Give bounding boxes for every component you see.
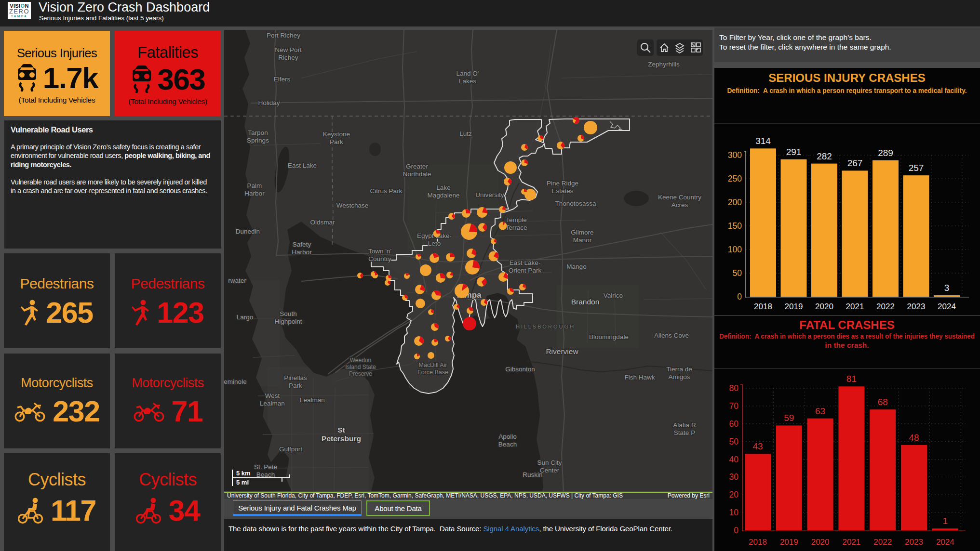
svg-text:Allens Cove: Allens Cove xyxy=(654,332,689,339)
svg-text:2021: 2021 xyxy=(842,538,860,547)
svg-text:eminole: eminole xyxy=(224,378,247,385)
svg-text:2020: 2020 xyxy=(811,538,830,547)
svg-text:SafetyHarbor: SafetyHarbor xyxy=(292,241,312,256)
svg-text:Brandon: Brandon xyxy=(571,298,600,306)
svg-text:Definition: A crash in which: Definition: A crash in which a person re… xyxy=(727,86,967,94)
svg-text:University: University xyxy=(475,191,504,198)
svg-text:St. PeteBeach: St. PeteBeach xyxy=(254,463,277,478)
svg-text:Riverview: Riverview xyxy=(546,347,578,355)
svg-text:2021: 2021 xyxy=(846,302,864,311)
svg-text:Lutz: Lutz xyxy=(459,130,472,137)
svg-text:70: 70 xyxy=(729,401,739,411)
svg-text:2020: 2020 xyxy=(815,302,833,311)
svg-text:Westchase: Westchase xyxy=(336,202,369,209)
svg-text:2018: 2018 xyxy=(749,538,767,547)
svg-text:2019: 2019 xyxy=(785,302,803,311)
svg-text:289: 289 xyxy=(878,148,893,158)
svg-text:63: 63 xyxy=(815,406,825,416)
svg-text:Alafia RState P: Alafia RState P xyxy=(673,421,696,436)
svg-text:48: 48 xyxy=(909,433,919,443)
svg-text:East Lake-Orient Park: East Lake-Orient Park xyxy=(509,259,542,274)
svg-text:250: 250 xyxy=(728,174,742,184)
svg-text:Gibsonton: Gibsonton xyxy=(505,366,535,373)
svg-text:Largo: Largo xyxy=(237,314,254,321)
svg-text:5 mi: 5 mi xyxy=(236,479,249,486)
svg-text:PalmHarbor: PalmHarbor xyxy=(244,182,265,197)
svg-text:Definition: A crash in which: Definition: A crash in which a person di… xyxy=(719,332,975,340)
svg-text:MacDill AirForce Base: MacDill AirForce Base xyxy=(417,362,448,376)
svg-text:Sun CityCenter: Sun CityCenter xyxy=(537,459,562,474)
svg-text:2022: 2022 xyxy=(876,302,895,311)
svg-text:Town 'n'Country: Town 'n'Country xyxy=(368,248,391,262)
svg-text:2024: 2024 xyxy=(938,302,956,311)
svg-text:rwater: rwater xyxy=(228,277,246,284)
svg-text:3: 3 xyxy=(944,283,950,293)
svg-text:50: 50 xyxy=(733,268,742,278)
svg-text:300: 300 xyxy=(728,150,742,160)
svg-text:Tierra deAmigos: Tierra deAmigos xyxy=(666,366,692,380)
svg-text:H I L L S B O R O U G H: H I L L S B O R O U G H xyxy=(516,324,574,329)
svg-text:TarponSprings: TarponSprings xyxy=(247,129,269,144)
svg-text:Oldsmar: Oldsmar xyxy=(310,219,335,226)
svg-text:200: 200 xyxy=(728,197,742,207)
svg-text:60: 60 xyxy=(729,419,739,429)
svg-text:TempleTerrace: TempleTerrace xyxy=(505,216,527,231)
svg-text:2022: 2022 xyxy=(873,538,892,547)
svg-text:Zephyrhills: Zephyrhills xyxy=(648,61,680,68)
svg-text:2023: 2023 xyxy=(907,302,926,311)
svg-text:40: 40 xyxy=(729,455,739,464)
svg-text:50: 50 xyxy=(729,437,739,446)
svg-text:150: 150 xyxy=(728,221,742,231)
svg-text:2019: 2019 xyxy=(780,538,798,547)
svg-text:ApolloBeach: ApolloBeach xyxy=(498,433,517,448)
svg-text:in the crash.: in the crash. xyxy=(825,341,869,349)
svg-text:5 km: 5 km xyxy=(236,470,251,477)
svg-text:10: 10 xyxy=(729,508,739,517)
svg-text:0: 0 xyxy=(737,292,742,302)
svg-text:Fish Hawk: Fish Hawk xyxy=(624,374,655,381)
svg-text:New PortRichey: New PortRichey xyxy=(275,46,302,61)
svg-text:43: 43 xyxy=(752,441,763,451)
svg-text:Thonotosassa: Thonotosassa xyxy=(555,200,596,207)
svg-text:SERIOUS INJURY CRASHES: SERIOUS INJURY CRASHES xyxy=(768,71,925,84)
svg-text:Citrus Park: Citrus Park xyxy=(370,187,403,195)
svg-text:Gulfport: Gulfport xyxy=(279,446,302,453)
svg-text:Valrico: Valrico xyxy=(604,292,623,299)
svg-text:68: 68 xyxy=(878,397,888,407)
svg-text:257: 257 xyxy=(909,163,924,173)
svg-text:20: 20 xyxy=(729,490,739,499)
svg-text:30: 30 xyxy=(729,472,739,482)
svg-text:291: 291 xyxy=(786,147,802,157)
svg-text:GreaterNorthdale: GreaterNorthdale xyxy=(403,163,431,178)
svg-text:282: 282 xyxy=(817,151,832,161)
svg-text:GilmoreManor: GilmoreManor xyxy=(571,229,593,244)
svg-text:1: 1 xyxy=(943,516,948,526)
svg-text:81: 81 xyxy=(846,374,857,384)
svg-text:80: 80 xyxy=(729,383,739,393)
svg-text:2023: 2023 xyxy=(905,538,923,547)
svg-text:Lealman: Lealman xyxy=(300,396,325,404)
svg-text:0: 0 xyxy=(734,525,738,535)
svg-text:East Lake: East Lake xyxy=(288,162,317,169)
svg-text:Mango: Mango xyxy=(566,263,586,270)
svg-text:Bloomingdale: Bloomingdale xyxy=(589,333,629,341)
svg-text:Elfers: Elfers xyxy=(274,76,291,83)
svg-text:Land O'Lakes: Land O'Lakes xyxy=(456,70,479,85)
svg-text:Port Richey: Port Richey xyxy=(267,32,300,39)
svg-text:Dunedin: Dunedin xyxy=(236,228,260,235)
svg-text:Holiday: Holiday xyxy=(258,99,280,106)
svg-text:59: 59 xyxy=(784,413,794,423)
svg-text:100: 100 xyxy=(728,245,742,254)
svg-text:FATAL CRASHES: FATAL CRASHES xyxy=(799,318,894,331)
svg-text:314: 314 xyxy=(755,136,771,146)
svg-text:2018: 2018 xyxy=(754,302,772,311)
svg-text:2024: 2024 xyxy=(936,538,954,547)
svg-text:267: 267 xyxy=(847,158,863,168)
